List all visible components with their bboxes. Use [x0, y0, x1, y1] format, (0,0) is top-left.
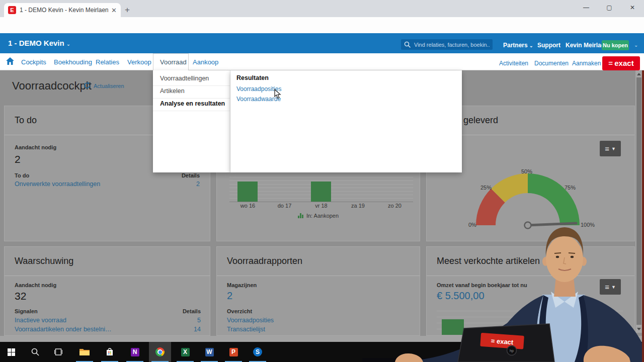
word-icon: W [205, 348, 214, 356]
x-tick-label: za 19 [340, 203, 376, 209]
todo-row-link[interactable]: Onverwerkte voorraadtellingen [15, 180, 100, 188]
todo-metric-value: 2 [15, 153, 21, 165]
warning-table-col2: Details [183, 308, 201, 314]
presenter-right-hand [395, 353, 423, 362]
presenter-video-overlay: = exact hp [302, 211, 644, 362]
task-view-button[interactable] [47, 342, 69, 362]
file-explorer-button[interactable] [73, 342, 96, 362]
dropdown-separator [153, 85, 230, 86]
presenter-brow [569, 253, 575, 253]
home-menu-icon[interactable] [6, 57, 14, 65]
skype-icon: S [253, 347, 262, 356]
menu-item-aankoop[interactable]: Aankoop [193, 58, 218, 66]
warning-row-link[interactable]: Inactieve voorraad [15, 317, 66, 324]
todo-table-col2: Details [182, 172, 200, 178]
new-tab-button[interactable]: + [125, 5, 130, 15]
warning-metric-value: 32 [15, 290, 26, 302]
window-minimize-button[interactable]: — [575, 0, 598, 15]
division-selector[interactable]: 1 - DEMO Kevin ⌄ [8, 39, 70, 47]
x-tick-label: vr 18 [303, 203, 340, 209]
aankopen-xlabels: wo 16do 17vr 18za 19zo 20 [229, 203, 413, 210]
warning-row-value[interactable]: 5 [197, 317, 201, 324]
task-view-icon [54, 348, 62, 355]
partners-menu[interactable]: Partners ⌄ [503, 42, 533, 49]
aankopen-plot [229, 174, 413, 202]
bar-vr-18 [311, 182, 331, 202]
dropdown-separator [153, 98, 230, 99]
reports-metric-value[interactable]: 2 [227, 290, 232, 302]
x-tick-label: zo 20 [376, 203, 413, 209]
window-close-button[interactable]: ✕ [621, 0, 644, 15]
division-label: 1 - DEMO Kevin [8, 39, 64, 47]
powerpoint-icon: P [229, 348, 238, 356]
card-warning: Waarschuwing Aandacht nodig 32 Signalen … [4, 246, 210, 336]
scrollbar-up-icon[interactable] [637, 73, 641, 75]
browser-tab-strip: E 1 - DEMO Kevin - Kevin Meirlaen ✕ + — … [0, 0, 644, 17]
card-reports-title: Voorraadrapporten [227, 256, 302, 266]
word-button[interactable]: W [198, 342, 220, 362]
dropdown-separator [153, 111, 230, 111]
bar-wo-16 [237, 182, 258, 202]
menu-item-voorraad-active[interactable]: Voorraad [160, 58, 187, 66]
screen: E 1 - DEMO Kevin - Kevin Meirlaen ✕ + — … [0, 0, 644, 362]
file-explorer-icon [79, 348, 90, 356]
chrome-button-active[interactable] [149, 342, 171, 362]
gauge-tick-75: 75% [565, 185, 576, 191]
start-button[interactable] [0, 342, 22, 362]
laptop-hp-text: hp [510, 349, 514, 353]
voorraad-dropdown-submenu-panel: Resultaten Voorraadposities Voorraadwaar… [230, 70, 462, 172]
refresh-icon[interactable] [84, 82, 91, 89]
buy-now-button[interactable]: Nu kopen [602, 40, 629, 50]
taskbar-search-button[interactable] [24, 342, 46, 362]
store-button[interactable] [99, 342, 121, 362]
x-tick-label: do 17 [266, 203, 303, 209]
division-chevron-icon: ⌄ [66, 41, 70, 47]
reports-section-label: Overzicht [227, 308, 252, 314]
dropdown-item-voorraadtellingen[interactable]: Voorraadtellingen [160, 75, 209, 82]
link-activiteiten[interactable]: Activiteiten [499, 60, 528, 67]
exact-logo: = exact [602, 56, 640, 70]
reports-link[interactable]: Voorraadposities [227, 317, 274, 324]
warning-row-link[interactable]: Voorraadartikelen onder bestelni… [15, 326, 111, 333]
todo-metric-label: Aandacht nodig [15, 144, 56, 150]
exact-logo-equals-icon: = [608, 59, 612, 67]
header-chevron-icon[interactable]: ⌄ [634, 42, 638, 48]
tab-title: 1 - DEMO Kevin - Kevin Meirlaen [20, 7, 108, 14]
powerpoint-button[interactable]: P [222, 342, 245, 362]
link-documenten[interactable]: Documenten [534, 60, 569, 67]
search-icon [404, 41, 411, 48]
page-title: Voorraadcockpit [12, 79, 92, 93]
menu-item-cockpits[interactable]: Cockpits [21, 58, 46, 66]
chrome-icon [155, 347, 165, 356]
laptop-sticker-text: = exact [491, 337, 514, 346]
onenote-button[interactable]: N [124, 342, 146, 362]
mouse-cursor [274, 89, 281, 99]
excel-button[interactable]: X [174, 342, 196, 362]
reports-metric-label: Magazijnen [227, 282, 257, 288]
skype-button[interactable]: S [247, 342, 269, 362]
dropdown-item-artikelen[interactable]: Artikelen [160, 87, 185, 95]
support-link[interactable]: Support [537, 42, 560, 49]
warning-table-col1: Signalen [15, 308, 38, 314]
warning-metric-label: Aandacht nodig [15, 282, 56, 288]
todo-row-value[interactable]: 2 [196, 180, 200, 188]
menu-item-relaties[interactable]: Relaties [96, 58, 119, 66]
window-maximize-button[interactable]: ▢ [598, 0, 621, 15]
global-search-input[interactable] [401, 39, 493, 50]
tab-close-icon[interactable]: ✕ [111, 7, 117, 14]
presenter-eye [556, 256, 559, 258]
card-warning-title: Waarschuwing [15, 256, 73, 266]
dropdown-item-analyse-en-resultaten[interactable]: Analyse en resultaten [160, 100, 225, 107]
browser-tab[interactable]: E 1 - DEMO Kevin - Kevin Meirlaen ✕ [4, 3, 121, 17]
windows-logo-icon [8, 348, 15, 356]
refresh-label-text: Actualiseren [94, 83, 124, 89]
menu-item-boekhouding[interactable]: Boekhouding [54, 58, 92, 66]
excel-icon: X [181, 348, 190, 356]
voorraad-dropdown-left-panel: Voorraadtellingen Artikelen Analyse en r… [153, 70, 230, 172]
menu-item-verkoop[interactable]: Verkoop [127, 58, 151, 66]
warning-row-value[interactable]: 14 [194, 326, 201, 333]
refresh-label[interactable]: Actualiseren [94, 83, 124, 89]
reports-link[interactable]: Transactielijst [227, 326, 265, 333]
x-tick-label: wo 16 [229, 203, 266, 209]
link-aanmaken[interactable]: Aanmaken [572, 60, 601, 67]
